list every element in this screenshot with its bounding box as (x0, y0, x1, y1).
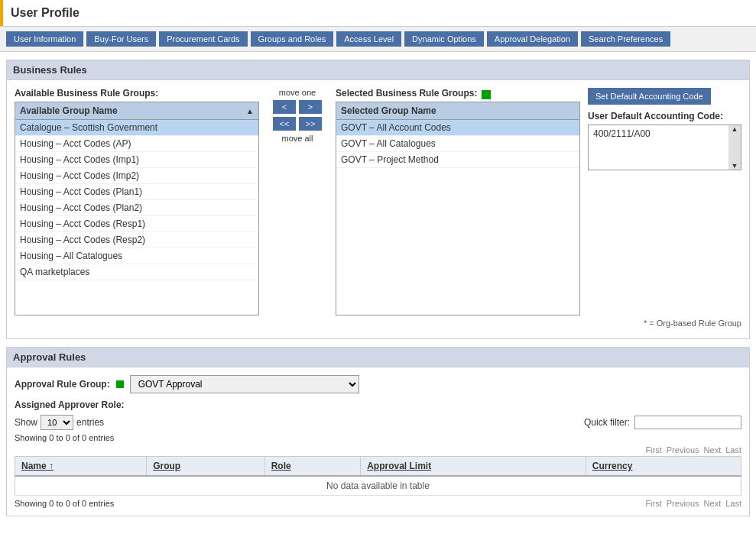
selected-groups-panel: Selected Business Rule Groups: Selected … (336, 88, 580, 315)
approval-rule-group-select[interactable]: GOVT Approval (130, 375, 359, 393)
list-item[interactable]: QA marketplaces (15, 264, 258, 280)
next-btn-bottom[interactable]: Next (704, 499, 722, 508)
approval-rules-header: Approval Rules (7, 348, 749, 367)
first-btn-bottom[interactable]: First (645, 499, 661, 508)
nav-btn-groups-and-roles[interactable]: Groups and Roles (251, 31, 334, 47)
col-name[interactable]: Name (15, 457, 147, 477)
nav-btn-access-level[interactable]: Access Level (336, 31, 401, 47)
list-item[interactable]: Housing – Acct Codes (Resp2) (15, 232, 258, 248)
col-approval-limit[interactable]: Approval Limit (361, 457, 586, 477)
list-item[interactable]: GOVT – Project Method (336, 152, 579, 168)
available-groups-panel: Available Business Rule Groups: Availabl… (15, 88, 259, 315)
nav-btn-approval-delegation[interactable]: Approval Delegation (487, 31, 578, 47)
col-group-link[interactable]: Group (153, 461, 180, 471)
col-role-link[interactable]: Role (271, 461, 291, 471)
table-controls: Show 10 entries Quick filter: (15, 415, 741, 430)
quick-filter-input[interactable] (634, 416, 741, 429)
scroll-down-icon[interactable]: ▼ (732, 162, 738, 170)
list-item[interactable]: Housing – Acct Codes (Imp1) (15, 152, 258, 168)
col-role[interactable]: Role (264, 457, 360, 477)
showing-text-top: Showing 0 to 0 of 0 entries (15, 433, 741, 442)
table-row: No data available in table (15, 476, 741, 496)
move-one-label: move one (279, 88, 316, 97)
nav-btn-user-information[interactable]: User Information (6, 31, 83, 47)
scroll-up-arrow[interactable]: ▲ (246, 107, 254, 115)
approval-rules-section: Approval Rules Approval Rule Group: GOVT… (6, 347, 750, 516)
nav-bar: User Information Buy-For Users Procureme… (0, 26, 756, 52)
col-currency-link[interactable]: Currency (592, 461, 633, 471)
table-header-row: Name Group Role Approval Limit Currency (15, 457, 741, 477)
business-rules-header: Business Rules (7, 60, 749, 80)
accounting-code-label: User Default Accounting Code: (588, 111, 741, 121)
accounting-scroll[interactable]: ▲ ▼ (728, 125, 741, 170)
move-controls: move one < > << >> move all (267, 88, 328, 143)
bottom-page-btns: First Previous Next Last (645, 499, 741, 508)
available-groups-label: Available Business Rule Groups: (15, 88, 259, 99)
quick-filter: Quick filter: (584, 416, 741, 429)
set-default-accounting-btn[interactable]: Set Default Accounting Code (588, 88, 711, 105)
col-currency[interactable]: Currency (586, 457, 741, 477)
accounting-code-value: 400/2111/A00 (593, 128, 651, 139)
approval-rule-group-label: Approval Rule Group: (15, 379, 110, 390)
business-rules-section: Business Rules Available Business Rule G… (6, 60, 750, 339)
accounting-code-box: 400/2111/A00 ▲ ▼ (588, 125, 741, 170)
list-item[interactable]: Catalogue – Scottish Government (15, 120, 258, 136)
no-data-cell: No data available in table (15, 476, 741, 496)
nav-btn-search-preferences[interactable]: Search Preferences (581, 31, 670, 47)
org-note: * = Org-based Rule Group (15, 315, 741, 331)
entries-count-select[interactable]: 10 (41, 415, 73, 430)
next-btn-top[interactable]: Next (704, 445, 722, 455)
quick-filter-label: Quick filter: (584, 417, 630, 428)
move-all-left-btn[interactable]: << (273, 117, 296, 131)
default-accounting-panel: Set Default Accounting Code User Default… (588, 88, 741, 170)
last-btn-top[interactable]: Last (725, 445, 741, 455)
list-item[interactable]: Housing – Acct Codes (AP) (15, 136, 258, 152)
scroll-up-icon[interactable]: ▲ (732, 125, 738, 133)
col-group[interactable]: Group (147, 457, 265, 477)
available-groups-listbox[interactable]: Available Group Name ▲ Catalogue – Scott… (15, 102, 259, 315)
selected-label-row: Selected Business Rule Groups: (336, 88, 580, 102)
move-one-row: < > (273, 100, 322, 114)
previous-btn-bottom[interactable]: Previous (667, 499, 699, 508)
move-right-btn[interactable]: > (299, 100, 322, 114)
available-groups-header: Available Group Name ▲ (15, 102, 258, 120)
top-pagination: First Previous Next Last (15, 445, 741, 455)
approval-rule-group-row: Approval Rule Group: GOVT Approval (15, 375, 741, 393)
list-item[interactable]: Housing – Acct Codes (Plan2) (15, 200, 258, 216)
first-btn-top[interactable]: First (645, 445, 661, 455)
selected-groups-listbox[interactable]: Selected Group Name GOVT – All Account C… (336, 102, 580, 315)
nav-btn-buy-for-users[interactable]: Buy-For Users (86, 31, 156, 47)
approval-rules-body: Approval Rule Group: GOVT Approval Assig… (7, 367, 749, 516)
move-left-btn[interactable]: < (273, 100, 296, 114)
business-rules-body: Available Business Rule Groups: Availabl… (7, 80, 749, 338)
list-item[interactable]: Housing – Acct Codes (Plan1) (15, 184, 258, 200)
list-item[interactable]: GOVT – All Catalogues (336, 136, 579, 152)
list-item[interactable]: Housing – Acct Codes (Resp1) (15, 216, 258, 232)
groups-layout: Available Business Rule Groups: Availabl… (15, 88, 741, 315)
nav-btn-dynamic-options[interactable]: Dynamic Options (404, 31, 484, 47)
green-square-icon (482, 90, 491, 99)
page-header: User Profile (0, 0, 756, 26)
showing-text-bottom: Showing 0 to 0 of 0 entries (15, 499, 114, 508)
move-all-label: move all (282, 134, 313, 143)
approval-green-icon (116, 380, 124, 388)
nav-btn-procurement-cards[interactable]: Procurement Cards (159, 31, 247, 47)
selected-groups-header: Selected Group Name (336, 102, 579, 120)
last-btn-bottom[interactable]: Last (725, 499, 741, 508)
previous-btn-top[interactable]: Previous (667, 445, 699, 455)
col-name-link[interactable]: Name (21, 461, 54, 471)
approver-table: Name Group Role Approval Limit Currency … (15, 456, 741, 496)
table-header: Name Group Role Approval Limit Currency (15, 457, 741, 477)
move-all-row: << >> (273, 117, 322, 131)
list-item[interactable]: GOVT – All Account Codes (336, 120, 579, 136)
assigned-approver-label: Assigned Approver Role: (15, 400, 741, 410)
selected-groups-label: Selected Business Rule Groups: (336, 88, 477, 99)
show-label: Show (15, 417, 37, 428)
move-all-right-btn[interactable]: >> (299, 117, 322, 131)
page-title: User Profile (11, 6, 748, 20)
list-item[interactable]: Housing – All Catalogues (15, 248, 258, 264)
table-body: No data available in table (15, 476, 741, 496)
list-item[interactable]: Housing – Acct Codes (Imp2) (15, 168, 258, 184)
show-entries: Show 10 entries (15, 415, 104, 430)
col-approval-limit-link[interactable]: Approval Limit (367, 461, 431, 471)
